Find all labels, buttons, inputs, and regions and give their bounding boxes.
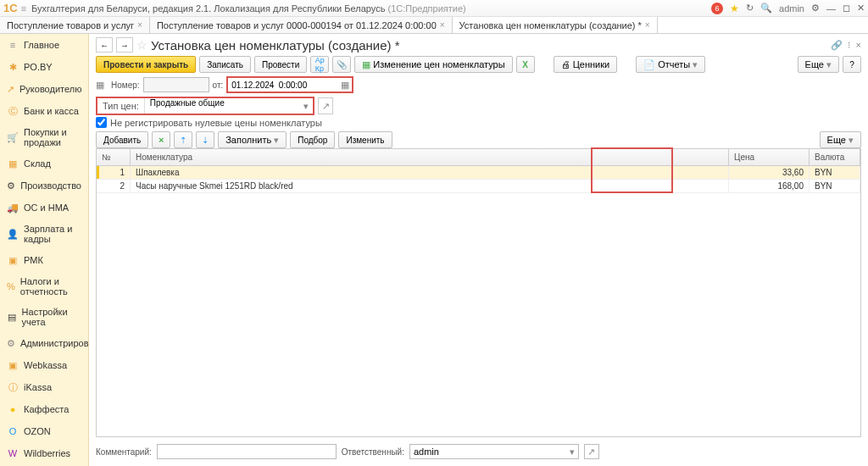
nav-icon: ⚙ <box>7 180 15 191</box>
post-button[interactable]: Провести <box>254 56 307 73</box>
table-row[interactable]: 1Шпаклевка33,60BYN <box>97 166 860 180</box>
number-row: ▦ Номер: от: ▦ <box>96 76 861 93</box>
nav-label: Главное <box>24 40 59 50</box>
sidebar-item-11[interactable]: ▤Настройки учета <box>0 302 88 332</box>
tab-doc-3[interactable]: Установка цен номенклатуры (создание) *× <box>453 17 658 33</box>
close-icon[interactable]: × <box>440 20 445 30</box>
sidebar-item-15[interactable]: ●Каффеста <box>0 398 88 420</box>
tab-doc-2[interactable]: Поступление товаров и услуг 0000-000194 … <box>150 17 453 33</box>
sidebar-item-14[interactable]: ⓘiKassa <box>0 376 88 398</box>
comment-label: Комментарий: <box>96 447 152 457</box>
attach-button[interactable]: 📎 <box>332 56 351 73</box>
maximize-icon[interactable]: ◻ <box>843 3 850 14</box>
sidebar-item-9[interactable]: ▣РМК <box>0 249 88 271</box>
date-input[interactable] <box>228 80 338 90</box>
notification-badge[interactable]: 6 <box>711 3 723 14</box>
settings-icon[interactable]: ⚙ <box>811 3 820 14</box>
close-panel-icon[interactable]: × <box>856 40 861 51</box>
dt-kt-button[interactable]: АрКр <box>310 56 329 73</box>
nav-icon: 👤 <box>7 228 19 240</box>
header-right: 6 ★ ↻ 🔍 admin ⚙ — ◻ ✕ <box>711 3 865 14</box>
sidebar-item-13[interactable]: ▣Webkassa <box>0 354 88 376</box>
nav-icon: ▣ <box>7 359 19 371</box>
more-button[interactable]: Еще▾ <box>798 56 839 73</box>
help-button[interactable]: ? <box>843 56 861 73</box>
table-row[interactable]: 2Часы наручные Skmei 1251RD black/red168… <box>97 180 860 193</box>
cell-name: Шпаклевка <box>131 166 729 179</box>
sidebar-item-7[interactable]: 🚚ОС и НМА <box>0 197 88 219</box>
close-icon[interactable]: ✕ <box>857 3 865 14</box>
minimize-icon[interactable]: — <box>826 3 836 14</box>
nav-label: Webkassa <box>24 360 67 370</box>
price-type-field[interactable]: Тип цен: Продажные общие ▾ <box>96 97 314 115</box>
move-down-button[interactable]: ⇣ <box>196 131 214 148</box>
sidebar-item-12[interactable]: ⚙Администрирование <box>0 332 88 354</box>
close-icon[interactable]: × <box>137 20 142 30</box>
back-button[interactable]: ← <box>96 37 113 53</box>
nav-label: Каффеста <box>24 404 69 414</box>
nav-label: Покупки и продажи <box>24 127 81 147</box>
save-button[interactable]: Записать <box>199 56 251 73</box>
fill-button[interactable]: Заполнить▾ <box>218 131 287 148</box>
sidebar-item-16[interactable]: OOZON <box>0 420 88 442</box>
date-field[interactable]: ▦ <box>226 76 353 93</box>
sidebar-item-2[interactable]: ↗Руководителю <box>0 78 88 100</box>
delete-row-button[interactable]: × <box>152 131 170 148</box>
nav-label: Банк и касса <box>24 106 79 116</box>
history-icon[interactable]: ↻ <box>746 3 754 14</box>
sidebar-item-17[interactable]: WWildberries <box>0 442 88 464</box>
excel-button[interactable]: X <box>516 56 535 73</box>
nav-icon: ● <box>7 403 19 415</box>
th-currency[interactable]: Валюта <box>810 149 860 165</box>
th-price[interactable]: Цена <box>729 149 810 165</box>
number-label: Номер: <box>111 80 140 90</box>
select-button[interactable]: Подбор <box>290 131 335 148</box>
sidebar-item-0[interactable]: ≡Главное <box>0 34 88 56</box>
star-icon[interactable]: ☆ <box>136 38 147 52</box>
chevron-down-icon[interactable]: ▾ <box>299 101 313 112</box>
open-ref-button[interactable]: ↗ <box>584 444 599 459</box>
sidebar-item-8[interactable]: 👤Зарплата и кадры <box>0 219 88 249</box>
responsible-label: Ответственный: <box>342 447 404 457</box>
edit-button[interactable]: Изменить <box>338 131 392 148</box>
open-ref-button[interactable]: ↗ <box>318 97 333 114</box>
add-button[interactable]: Добавить <box>96 131 148 148</box>
post-close-button[interactable]: Провести и закрыть <box>96 56 196 73</box>
table: № Номенклатура Цена Валюта 1Шпаклевка33,… <box>96 148 861 437</box>
close-icon[interactable]: × <box>645 20 650 30</box>
sidebar-item-1[interactable]: ✱PO.BY <box>0 56 88 78</box>
menu-icon[interactable]: ≡ <box>21 3 26 14</box>
price-type-value[interactable]: Продажные общие <box>144 98 299 114</box>
sidebar-item-5[interactable]: ▦Склад <box>0 153 88 175</box>
sidebar-item-6[interactable]: ⚙Производство <box>0 175 88 197</box>
calendar-icon[interactable]: ▦ <box>338 78 352 92</box>
link-icon[interactable]: 🔗 <box>831 40 843 51</box>
table-header: № Номенклатура Цена Валюта <box>97 149 860 166</box>
forward-button[interactable]: → <box>116 37 133 53</box>
favorite-icon[interactable]: ★ <box>730 3 739 14</box>
more-icon[interactable]: ⁝ <box>848 40 851 51</box>
tab-doc-1[interactable]: Поступление товаров и услуг× <box>0 17 150 33</box>
user-label[interactable]: admin <box>779 3 804 14</box>
zero-price-check[interactable]: Не регистрировать нулевые цены номенклат… <box>96 117 861 128</box>
checkbox[interactable] <box>96 117 107 128</box>
pricetags-button[interactable]: 🖨Ценники <box>554 56 618 73</box>
reports-button[interactable]: 📄Отчеты▾ <box>636 56 705 73</box>
sidebar-item-10[interactable]: %Налоги и отчетность <box>0 271 88 302</box>
th-name[interactable]: Номенклатура <box>131 149 729 165</box>
nav-label: ОС и НМА <box>24 202 69 213</box>
table-more-button[interactable]: Еще▾ <box>820 131 861 148</box>
th-num[interactable]: № <box>97 149 131 165</box>
responsible-select[interactable]: admin▾ <box>409 444 579 459</box>
move-up-button[interactable]: ⇡ <box>174 131 192 148</box>
sidebar-item-4[interactable]: 🛒Покупки и продажи <box>0 122 88 153</box>
nav-label: OZON <box>24 426 51 436</box>
number-input[interactable] <box>143 77 209 92</box>
price-change-button[interactable]: ▦Изменение цен номенклатуры <box>354 56 512 73</box>
comment-input[interactable] <box>157 444 337 459</box>
nav-label: Настройки учета <box>22 307 81 327</box>
sidebar-item-3[interactable]: ⒸБанк и касса <box>0 100 88 122</box>
app-logo-icon: 1C <box>3 2 18 14</box>
nav-icon: % <box>7 280 15 292</box>
search-icon[interactable]: 🔍 <box>760 3 772 14</box>
